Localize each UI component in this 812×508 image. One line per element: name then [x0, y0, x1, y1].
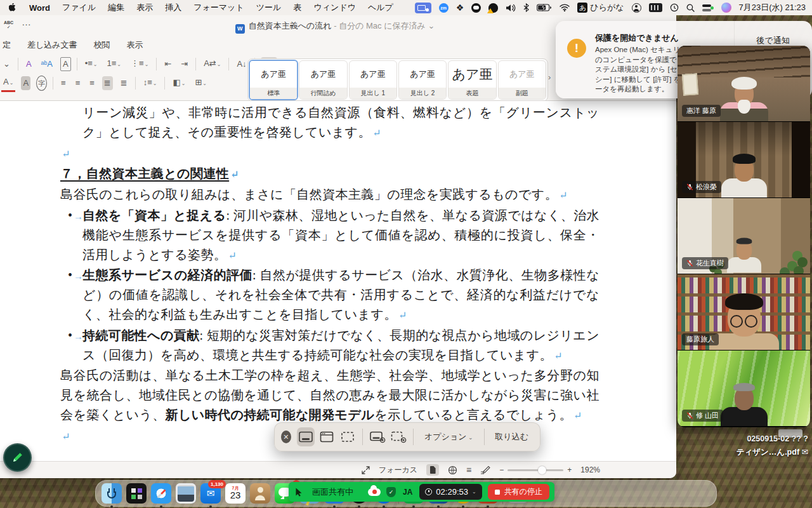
- zoom-slider[interactable]: − +: [499, 465, 572, 474]
- more-chevron[interactable]: ⌄: [1, 57, 12, 71]
- clock-status-icon[interactable]: [670, 3, 679, 12]
- video-tile[interactable]: 花生直樹: [678, 198, 810, 274]
- doc-paragraph[interactable]: •→自然を「資本」と捉える: 河川や森林、湿地といった自然を、単なる資源ではなく…: [60, 206, 599, 265]
- capture-selection-button[interactable]: [339, 427, 357, 446]
- style-副題[interactable]: あア亜副題: [498, 60, 546, 100]
- wifi-icon[interactable]: [560, 4, 570, 11]
- justify-button[interactable]: ≣: [102, 76, 113, 90]
- menu-item-表[interactable]: 表: [293, 2, 301, 13]
- record-selection-button[interactable]: [390, 427, 407, 446]
- menu-item-編集[interactable]: 編集: [108, 2, 124, 13]
- doc-paragraph[interactable]: •→持続可能性への貢献: 短期的な災害対策だけでなく、長期的な視点から地域のレジ…: [60, 326, 599, 366]
- zoom-video-panel[interactable]: 惠洋 藤原松浪榮花生直樹藤原旅人修 山田: [678, 46, 810, 427]
- active-app-name[interactable]: Word: [29, 3, 50, 13]
- enclose-characters-button[interactable]: 字: [36, 76, 47, 91]
- numbered-list-button[interactable]: 1≡⌄: [105, 57, 124, 72]
- align-center-button[interactable]: ≡: [74, 76, 82, 90]
- battery-icon[interactable]: [537, 4, 552, 11]
- draft-view-button[interactable]: [480, 465, 490, 474]
- menu-item-ファイル[interactable]: ファイル: [62, 2, 96, 13]
- video-tile[interactable]: 修 山田: [678, 351, 810, 427]
- doc-paragraph[interactable]: リーン減災」や、非常時に活用できる自然資源（食料、燃料など）を「グリーンストック…: [60, 103, 599, 144]
- document-area[interactable]: リーン減災」や、非常時に活用できる自然資源（食料、燃料など）を「グリーンストック…: [0, 100, 676, 462]
- security-shield-icon[interactable]: ✓: [386, 487, 396, 497]
- phonetic-guide-button[interactable]: ᵃᵇA: [39, 57, 55, 71]
- video-tile[interactable]: 藤原旅人: [678, 274, 810, 351]
- multilevel-list-button[interactable]: ⋮≡⌄: [129, 57, 150, 72]
- stop-share-button[interactable]: 共有の停止: [488, 484, 549, 500]
- dock-icon-app-grid[interactable]: [126, 483, 147, 504]
- zoom-slider-knob[interactable]: [538, 466, 546, 474]
- align-right-button[interactable]: ≡: [88, 76, 96, 90]
- menu-bar-clock[interactable]: 7月23日(水) 21:23: [739, 2, 806, 13]
- dock-icon-safari[interactable]: [151, 483, 171, 504]
- meeting-timer[interactable]: 02:29:53 ⌄: [419, 484, 481, 500]
- desktop-file-label[interactable]: ティザン…ん.pdf ✉: [685, 446, 808, 459]
- ribbon-tab[interactable]: 表示: [127, 39, 143, 51]
- options-button[interactable]: オプション ⌄: [419, 431, 478, 443]
- dock-icon-calendar[interactable]: 7月23: [225, 483, 246, 504]
- cloud-recording-icon[interactable]: [368, 488, 381, 496]
- style-標準[interactable]: あア亜標準: [249, 60, 298, 100]
- doc-paragraph[interactable]: ↵: [60, 144, 599, 164]
- decrease-indent-button[interactable]: ⇤: [162, 57, 173, 71]
- volume-icon[interactable]: [506, 4, 516, 12]
- bird-warning-icon[interactable]: [488, 3, 498, 13]
- ribbon-tab[interactable]: 校閲: [94, 39, 110, 51]
- search-icon[interactable]: [686, 4, 695, 12]
- dock-icon-photos[interactable]: [176, 483, 196, 504]
- style-gallery-more-icon[interactable]: ›: [548, 72, 551, 82]
- character-shading-button[interactable]: A: [21, 76, 30, 90]
- dock-icon-mail[interactable]: ✉1,130: [200, 483, 221, 504]
- line-spacing-button[interactable]: ↕≡⌄: [141, 76, 159, 91]
- text-effects-button[interactable]: A: [24, 57, 34, 71]
- style-表題[interactable]: あア亜表題: [448, 60, 496, 100]
- menu-item-ツール[interactable]: ツール: [256, 2, 282, 13]
- video-tile[interactable]: 松浪榮: [678, 122, 810, 198]
- doc-paragraph[interactable]: •→生態系サービスの経済的評価: 自然が提供するサービス（治水、水質浄化、生物多…: [60, 265, 599, 325]
- style-見出し 1[interactable]: あア亜見出し 1: [349, 60, 397, 100]
- menu-item-ウィンドウ[interactable]: ウィンドウ: [313, 2, 356, 13]
- web-layout-view-button[interactable]: [448, 465, 457, 475]
- screen-sharing-indicator-icon[interactable]: [415, 3, 431, 13]
- borders-button[interactable]: ⊞⌄: [193, 76, 209, 91]
- style-行間詰め[interactable]: あア亜行間詰め: [299, 60, 347, 100]
- annotation-pen-button[interactable]: [3, 443, 32, 472]
- zoom-menu-icon[interactable]: zm: [439, 3, 449, 13]
- menu-item-挿入[interactable]: 挿入: [165, 2, 181, 13]
- distribute-button[interactable]: ≣: [119, 76, 129, 90]
- zoom-out-icon[interactable]: −: [499, 465, 504, 474]
- dock-icon-finder[interactable]: [102, 483, 122, 504]
- menu-item-表示[interactable]: 表示: [136, 2, 153, 13]
- document-body[interactable]: リーン減災」や、非常時に活用できる自然資源（食料、燃料など）を「グリーンストック…: [0, 101, 676, 447]
- menu-item-ヘルプ[interactable]: ヘルプ: [368, 2, 393, 13]
- siri-icon[interactable]: [721, 3, 731, 13]
- close-button[interactable]: ✕: [281, 431, 291, 443]
- doc-paragraph[interactable]: 島谷氏の活動は、単なる土木工学の枠を超え、生態学、社会学、地域学といった多分野の…: [60, 366, 599, 425]
- user-account-icon[interactable]: [632, 3, 641, 13]
- asian-layout-button[interactable]: A⇄⌄: [202, 57, 223, 72]
- toggle-switches-icon[interactable]: [702, 4, 714, 12]
- video-tile[interactable]: 惠洋 藤原: [678, 46, 810, 122]
- doc-paragraph[interactable]: ７，自然資本主義との関連性↵: [60, 164, 599, 185]
- zoom-percent[interactable]: 192%: [580, 465, 600, 474]
- desktop-file-label[interactable]: 0250915-02 ?? ?: [685, 432, 808, 446]
- line-menu-icon[interactable]: [471, 3, 481, 13]
- align-left-button[interactable]: ≡: [59, 76, 68, 90]
- expand-icon[interactable]: [362, 466, 370, 474]
- ribbon-tab[interactable]: 差し込み文書: [27, 39, 77, 51]
- capture-screen-button[interactable]: [297, 427, 315, 446]
- capture-button[interactable]: 取り込む: [490, 431, 534, 443]
- dropbox-icon[interactable]: ❖: [456, 3, 464, 13]
- notify-later-button[interactable]: 後で通知: [734, 35, 812, 46]
- sort-button[interactable]: A↓: [235, 57, 248, 71]
- input-source-menu[interactable]: あ ひらがな: [577, 2, 624, 13]
- character-border-button[interactable]: A: [60, 57, 71, 71]
- style-見出し 2[interactable]: あア亜見出し 2: [398, 60, 447, 100]
- zoom-in-icon[interactable]: +: [567, 465, 572, 474]
- increase-indent-button[interactable]: ⇥: [179, 57, 190, 71]
- focus-label[interactable]: フォーカス: [379, 465, 417, 476]
- doc-paragraph[interactable]: 島谷氏のこれらの取り組みは、まさに「自然資本主義」の理念を実践するものです。↵: [60, 185, 599, 206]
- keyboard-icon[interactable]: [649, 3, 662, 12]
- ribbon-tab[interactable]: 定: [3, 39, 11, 51]
